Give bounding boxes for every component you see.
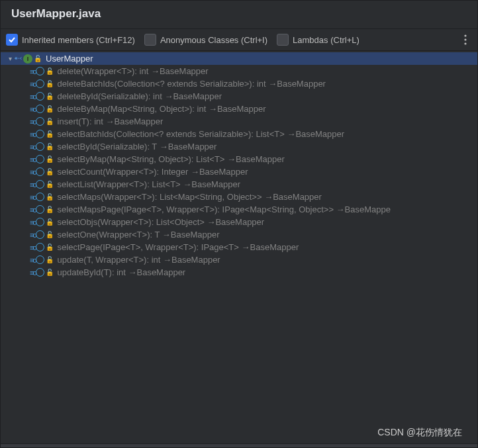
method-icon xyxy=(36,243,44,251)
tree-item[interactable]: ≡o 🔓selectList(Wrapper<T>): List<T> →Bas… xyxy=(1,178,477,191)
check-icon xyxy=(277,34,289,46)
method-icon xyxy=(36,142,44,151)
lock-icon: 🔓 xyxy=(46,193,54,201)
lock-icon: 🔓 xyxy=(46,156,54,163)
kebab-icon xyxy=(464,34,467,45)
lock-icon: 🔓 xyxy=(46,269,54,276)
method-icon xyxy=(36,230,44,239)
inherited-members-checkbox[interactable]: Inherited members (Ctrl+F12) xyxy=(6,34,135,46)
node-label: selectList(Wrapper<T>): List<T> →BaseMap… xyxy=(58,179,241,189)
tree-item[interactable]: ≡o 🔓selectById(Serializable): T →BaseMap… xyxy=(1,140,477,153)
lock-icon: 🔓 xyxy=(46,244,54,251)
method-icon xyxy=(36,167,44,176)
method-icon xyxy=(36,105,44,113)
node-icons: ≡o 🔓 xyxy=(30,92,54,101)
titlebar: UserMapper.java xyxy=(1,1,477,29)
override-icon: ≡o xyxy=(30,93,36,101)
method-icon xyxy=(36,67,44,75)
tree-item[interactable]: ≡o 🔓selectByMap(Map<String, Object>): Li… xyxy=(1,153,477,165)
tree-item[interactable]: ≡o 🔓updateById(T): int →BaseMapper xyxy=(1,266,477,279)
tree-root[interactable]: ▾ ⬷ I 🔓 UserMapper xyxy=(1,52,477,65)
node-label: insert(T): int →BaseMapper xyxy=(58,116,164,126)
method-icon xyxy=(36,117,44,126)
tree-item[interactable]: ≡o 🔓deleteBatchIds(Collection<? extends … xyxy=(1,77,477,90)
structure-icon: ⬷ xyxy=(14,54,22,64)
lock-icon: 🔓 xyxy=(46,105,54,112)
anonymous-classes-checkbox[interactable]: Anonymous Classes (Ctrl+I) xyxy=(144,34,267,46)
node-icons: ≡o 🔓 xyxy=(30,67,54,75)
node-icons: ≡o 🔓 xyxy=(30,205,54,214)
node-label: selectCount(Wrapper<T>): Integer →BaseMa… xyxy=(58,167,248,177)
override-icon: ≡o xyxy=(30,181,36,189)
node-label: updateById(T): int →BaseMapper xyxy=(58,267,186,277)
node-icons: ≡o 🔓 xyxy=(30,180,54,189)
more-button[interactable] xyxy=(459,33,472,46)
tree-item[interactable]: ≡o 🔓deleteById(Serializable): int →BaseM… xyxy=(1,90,477,103)
lock-icon: 🔓 xyxy=(46,143,54,150)
node-icons: ≡o 🔓 xyxy=(30,268,54,277)
node-icons: ≡o 🔓 xyxy=(30,193,54,201)
tree-item[interactable]: ≡o 🔓selectMapsPage(IPage<T>, Wrapper<T>)… xyxy=(1,203,477,216)
lock-icon: 🔓 xyxy=(46,218,54,226)
node-label: selectMaps(Wrapper<T>): List<Map<String,… xyxy=(58,192,322,202)
override-icon: ≡o xyxy=(30,67,36,75)
method-icon xyxy=(36,155,44,163)
interface-icon: I xyxy=(23,54,32,64)
tree-item[interactable]: ≡o 🔓update(T, Wrapper<T>): int →BaseMapp… xyxy=(1,253,477,266)
method-icon xyxy=(36,130,44,138)
node-icons: ≡o 🔓 xyxy=(30,167,54,176)
node-label: update(T, Wrapper<T>): int →BaseMapper xyxy=(58,255,220,265)
checkbox-label: Lambdas (Ctrl+L) xyxy=(293,35,359,45)
lock-icon: 🔓 xyxy=(46,256,54,263)
lock-icon: 🔓 xyxy=(46,93,54,100)
node-label: delete(Wrapper<T>): int →BaseMapper xyxy=(58,66,209,76)
node-icons: ≡o 🔓 xyxy=(30,243,54,251)
node-label: selectBatchIds(Collection<? extends Seri… xyxy=(58,129,345,139)
statusbar xyxy=(1,443,477,447)
tree-item[interactable]: ≡o 🔓selectCount(Wrapper<T>): Integer →Ba… xyxy=(1,165,477,178)
override-icon: ≡o xyxy=(30,168,36,176)
node-label: UserMapper xyxy=(46,54,93,64)
structure-tree[interactable]: ▾ ⬷ I 🔓 UserMapper ≡o 🔓delete(Wrapper<T>… xyxy=(1,51,477,443)
node-icons: ≡o 🔓 xyxy=(30,230,54,239)
lock-icon: 🔓 xyxy=(46,181,54,188)
node-label: deleteByMap(Map<String, Object>): int →B… xyxy=(58,104,266,114)
tree-item[interactable]: ≡o 🔓selectOne(Wrapper<T>): T →BaseMapper xyxy=(1,228,477,241)
lock-icon: 🔓 xyxy=(46,130,54,138)
page-title: UserMapper.java xyxy=(11,7,101,20)
override-icon: ≡o xyxy=(30,231,36,239)
method-icon xyxy=(36,218,44,226)
lock-icon: 🔓 xyxy=(46,206,54,213)
tree-item[interactable]: ≡o 🔓deleteByMap(Map<String, Object>): in… xyxy=(1,103,477,115)
tree-item[interactable]: ≡o 🔓insert(T): int →BaseMapper xyxy=(1,115,477,128)
lock-icon: 🔓 xyxy=(46,231,54,238)
tree-item[interactable]: ≡o 🔓selectBatchIds(Collection<? extends … xyxy=(1,128,477,140)
checkbox-label: Anonymous Classes (Ctrl+I) xyxy=(160,35,267,45)
tree-item[interactable]: ≡o 🔓selectPage(IPage<T>, Wrapper<T>): IP… xyxy=(1,241,477,253)
chevron-down-icon[interactable]: ▾ xyxy=(6,55,14,62)
node-label: selectMapsPage(IPage<T>, Wrapper<T>): IP… xyxy=(58,204,391,214)
lock-icon: 🔓 xyxy=(34,55,42,62)
check-icon xyxy=(144,34,156,46)
node-icons: ⬷ I 🔓 xyxy=(14,54,42,64)
override-icon: ≡o xyxy=(30,105,36,113)
structure-popup: UserMapper.java Inherited members (Ctrl+… xyxy=(0,0,478,448)
override-icon: ≡o xyxy=(30,269,36,277)
override-icon: ≡o xyxy=(30,256,36,264)
lock-icon: 🔓 xyxy=(46,67,54,75)
svg-point-1 xyxy=(464,38,466,40)
lock-icon: 🔓 xyxy=(46,80,54,87)
override-icon: ≡o xyxy=(30,193,36,201)
node-label: selectByMap(Map<String, Object>): List<T… xyxy=(58,154,285,164)
override-icon: ≡o xyxy=(30,206,36,214)
tree-item[interactable]: ≡o 🔓selectObjs(Wrapper<T>): List<Object>… xyxy=(1,216,477,228)
node-icons: ≡o 🔓 xyxy=(30,105,54,113)
override-icon: ≡o xyxy=(30,80,36,88)
method-icon xyxy=(36,205,44,214)
node-label: selectPage(IPage<T>, Wrapper<T>): IPage<… xyxy=(58,242,299,252)
lambdas-checkbox[interactable]: Lambdas (Ctrl+L) xyxy=(277,34,359,46)
checkbox-label: Inherited members (Ctrl+F12) xyxy=(22,35,135,45)
tree-item[interactable]: ≡o 🔓selectMaps(Wrapper<T>): List<Map<Str… xyxy=(1,191,477,203)
lock-icon: 🔓 xyxy=(46,118,54,125)
tree-item[interactable]: ≡o 🔓delete(Wrapper<T>): int →BaseMapper xyxy=(1,65,477,77)
